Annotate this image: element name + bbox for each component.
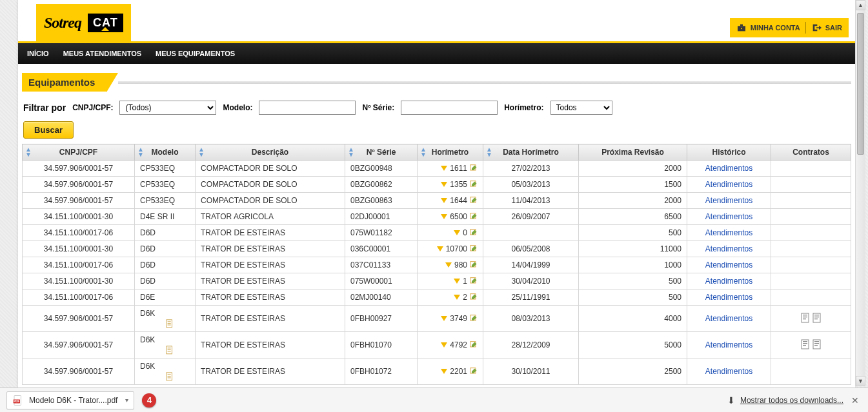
col-cnpj[interactable]: ▲▼CNPJ/CPF — [23, 144, 135, 161]
col-datahor[interactable]: ▲▼Data Horímetro — [483, 144, 579, 161]
chevron-down-icon[interactable]: ▾ — [123, 397, 128, 404]
svg-rect-23 — [814, 317, 819, 317]
cell-horimetro: 10700 — [418, 241, 483, 257]
col-descricao[interactable]: ▲▼Descrição — [196, 144, 345, 161]
cell-horimetro: 980 — [418, 257, 483, 273]
col-serie[interactable]: ▲▼Nº Série — [345, 144, 418, 161]
serie-input[interactable] — [401, 101, 498, 115]
edit-icon[interactable] — [470, 261, 478, 269]
atendimentos-link[interactable]: Atendimentos — [705, 293, 752, 302]
table-row: 34.597.906/0001-57CP533EQCOMPACTADOR DE … — [23, 177, 851, 193]
edit-icon[interactable] — [470, 181, 478, 188]
cell-datahor: 14/04/1999 — [483, 257, 579, 273]
atendimentos-link[interactable]: Atendimentos — [705, 212, 752, 221]
nav-equipamentos[interactable]: MEUS EQUIPAMENTOS — [156, 50, 235, 57]
scroll-down-icon[interactable]: ▼ — [856, 376, 865, 386]
atendimentos-link[interactable]: Atendimentos — [705, 277, 752, 286]
vertical-scrollbar[interactable]: ▲ ▼ — [855, 0, 865, 386]
edit-icon[interactable] — [470, 164, 478, 172]
nav-home[interactable]: INÍCIO — [27, 50, 49, 57]
modelo-label: Modelo: — [223, 103, 252, 112]
close-icon[interactable]: ✕ — [849, 395, 862, 406]
equipment-table: ▲▼CNPJ/CPF ▲▼Modelo ▲▼Descrição ▲▼Nº Sér… — [22, 144, 851, 385]
flag-icon — [441, 198, 447, 203]
table-row: 34.151.100/0001-30D6DTRATOR DE ESTEIRAS0… — [23, 241, 851, 257]
contract-icon[interactable] — [801, 313, 810, 323]
cell-descricao: TRATOR DE ESTEIRAS — [196, 289, 345, 306]
cell-descricao: TRATOR DE ESTEIRAS — [196, 358, 345, 385]
scroll-thumb[interactable] — [857, 13, 864, 155]
cell-modelo: D6D — [135, 241, 196, 257]
atendimentos-link[interactable]: Atendimentos — [705, 260, 752, 270]
edit-icon[interactable] — [470, 213, 478, 221]
document-icon[interactable] — [166, 372, 174, 381]
cell-horimetro: 2 — [418, 289, 483, 306]
edit-icon[interactable] — [470, 229, 478, 237]
cell-contratos — [771, 306, 851, 332]
atendimentos-link[interactable]: Atendimentos — [705, 367, 752, 376]
scroll-up-icon[interactable]: ▲ — [856, 0, 865, 10]
my-account-button[interactable]: MINHA CONTA — [736, 23, 800, 33]
cell-cnpj: 34.597.906/0001-57 — [23, 161, 135, 177]
edit-icon[interactable] — [470, 341, 478, 349]
cnpj-select[interactable]: (Todos) — [119, 101, 216, 115]
cell-cnpj: 34.597.906/0001-57 — [23, 332, 135, 358]
atendimentos-link[interactable]: Atendimentos — [705, 228, 752, 237]
col-modelo[interactable]: ▲▼Modelo — [135, 144, 196, 161]
contract-icon[interactable] — [801, 339, 810, 349]
svg-rect-15 — [168, 325, 171, 326]
cell-modelo: CP533EQ — [135, 161, 196, 177]
horimetro-select[interactable]: Todos — [550, 101, 612, 115]
table-row: 34.151.100/0001-30D4E SR IITRATOR AGRICO… — [23, 209, 851, 225]
col-horimetro[interactable]: ▲▼Horímetro — [418, 144, 483, 161]
edit-icon[interactable] — [470, 245, 478, 253]
atendimentos-link[interactable]: Atendimentos — [705, 180, 752, 189]
edit-icon[interactable] — [470, 293, 478, 301]
atendimentos-link[interactable]: Atendimentos — [705, 314, 752, 323]
sort-icon: ▲▼ — [198, 147, 205, 157]
cell-modelo: CP533EQ — [135, 193, 196, 209]
buscar-button[interactable]: Buscar — [23, 121, 74, 139]
cell-cnpj: 34.151.100/0017-06 — [23, 289, 135, 306]
modelo-input[interactable] — [259, 101, 356, 115]
cell-proxrev: 2500 — [579, 358, 687, 385]
atendimentos-link[interactable]: Atendimentos — [705, 196, 752, 205]
cell-contratos — [771, 193, 851, 209]
contract-icon[interactable] — [812, 339, 822, 349]
svg-rect-14 — [168, 323, 171, 324]
cell-historico: Atendimentos — [687, 306, 771, 332]
col-contratos[interactable]: Contratos — [771, 144, 851, 161]
logout-button[interactable]: SAIR — [811, 23, 842, 33]
atendimentos-link[interactable]: Atendimentos — [705, 244, 752, 253]
edit-icon[interactable] — [470, 197, 478, 204]
svg-rect-1 — [740, 25, 743, 26]
atendimentos-link[interactable]: Atendimentos — [705, 340, 752, 349]
download-filename: Modelo D6K - Trator....pdf — [29, 396, 117, 405]
cell-proxrev: 1500 — [579, 177, 687, 193]
download-chip[interactable]: PDF Modelo D6K - Trator....pdf ▾ — [6, 391, 134, 409]
atendimentos-link[interactable]: Atendimentos — [705, 164, 752, 173]
edit-icon[interactable] — [470, 368, 478, 375]
cell-contratos — [771, 209, 851, 225]
cell-historico: Atendimentos — [687, 241, 771, 257]
nav-atendimentos[interactable]: MEUS ATENDIMENTOS — [63, 50, 141, 57]
col-proxrev[interactable]: Próxima Revisão — [579, 144, 687, 161]
cell-historico: Atendimentos — [687, 332, 771, 358]
contract-icon[interactable] — [812, 313, 822, 323]
cnpj-label: CNPJ/CPF: — [72, 103, 113, 112]
col-historico[interactable]: Histórico — [687, 144, 771, 161]
cell-modelo: D6D — [135, 225, 196, 241]
flag-icon — [445, 262, 452, 268]
show-all-downloads-link[interactable]: Mostrar todos os downloads... — [740, 396, 843, 405]
edit-icon[interactable] — [470, 315, 478, 322]
cell-proxrev: 4000 — [579, 306, 687, 332]
edit-icon[interactable] — [470, 277, 478, 285]
document-icon[interactable] — [166, 346, 174, 355]
cell-modelo: D6K — [135, 306, 196, 332]
document-icon[interactable] — [166, 319, 174, 328]
cell-proxrev: 2000 — [579, 161, 687, 177]
filter-bar: Filtrar por CNPJ/CPF: (Todos) Modelo: Nº… — [22, 97, 851, 121]
cell-descricao: TRATOR AGRICOLA — [196, 209, 345, 225]
table-row: 34.151.100/0001-30D6DTRATOR DE ESTEIRAS0… — [23, 273, 851, 289]
page-title: Equipamentos — [22, 73, 106, 92]
